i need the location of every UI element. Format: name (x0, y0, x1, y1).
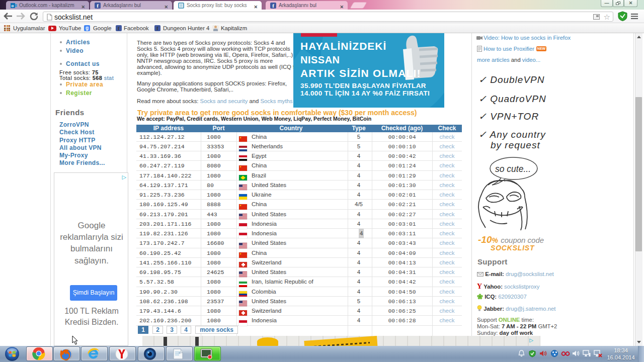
svg-text:so cute...: so cute... (495, 164, 531, 174)
